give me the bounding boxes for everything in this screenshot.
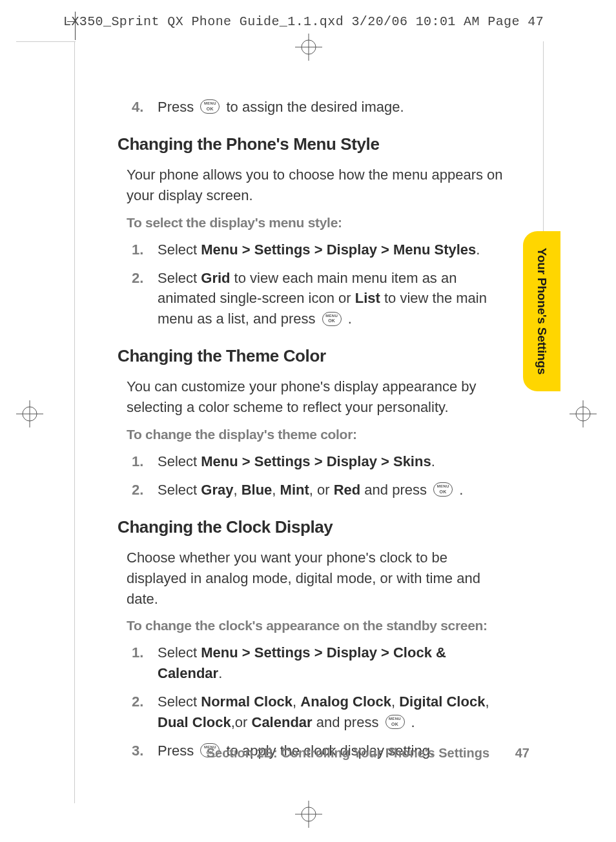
- crop-mark: [67, 21, 75, 22]
- trim-line: [74, 41, 75, 803]
- step-row: 1. Select Menu > Settings > Display > Sk…: [132, 451, 511, 472]
- menu-ok-icon: [385, 715, 405, 729]
- step-text: Select Menu > Settings > Display > Clock…: [158, 642, 511, 684]
- side-tab: Your Phone's Settings: [523, 231, 560, 391]
- step-row: 4. Press to assign the desired image.: [132, 97, 511, 118]
- registration-mark-icon: [16, 400, 43, 427]
- crop-mark: [75, 12, 76, 40]
- step-row: 2. Select Normal Clock, Analog Clock, Di…: [132, 692, 511, 733]
- step-text: Select Normal Clock, Analog Clock, Digit…: [158, 692, 511, 733]
- prepress-header: LX350_Sprint QX Phone Guide_1.1.qxd 3/20…: [63, 14, 544, 29]
- paragraph: You can customize your phone's display a…: [127, 376, 511, 418]
- step-text: Select Gray, Blue, Mint, or Red and pres…: [158, 480, 511, 500]
- step-number: 4.: [132, 97, 158, 118]
- page-number: 47: [515, 746, 529, 761]
- heading-menu-style: Changing the Phone's Menu Style: [118, 134, 511, 154]
- subheading: To change the clock's appearance on the …: [127, 618, 511, 633]
- paragraph: Choose whether you want your phone's clo…: [127, 548, 511, 610]
- footer-section: Section 2B: Controlling Your Phone's Set…: [207, 746, 490, 760]
- step-row: 2. Select Grid to view each main menu it…: [132, 268, 511, 330]
- registration-mark-icon: [570, 400, 597, 427]
- subheading: To select the display's menu style:: [127, 215, 511, 231]
- step-row: 2. Select Gray, Blue, Mint, or Red and p…: [132, 480, 511, 500]
- registration-mark-icon: [295, 801, 322, 828]
- step-text: Press to assign the desired image.: [158, 97, 511, 118]
- paragraph: Your phone allows you to choose how the …: [127, 165, 511, 206]
- page-footer: Section 2B: Controlling Your Phone's Set…: [116, 746, 529, 761]
- step-text: Select Menu > Settings > Display > Skins…: [158, 451, 511, 472]
- step-number: 2.: [132, 480, 158, 500]
- page-content: 4. Press to assign the desired image. Ch…: [118, 97, 511, 769]
- step-row: 1. Select Menu > Settings > Display > Cl…: [132, 642, 511, 684]
- step-number: 1.: [132, 240, 158, 260]
- step-row: 1. Select Menu > Settings > Display > Me…: [132, 240, 511, 260]
- step-number: 2.: [132, 692, 158, 733]
- registration-mark-icon: [295, 34, 322, 61]
- step-text: Select Menu > Settings > Display > Menu …: [158, 240, 511, 260]
- menu-ok-icon: [433, 482, 453, 497]
- step-number: 2.: [132, 268, 158, 330]
- heading-theme-color: Changing the Theme Color: [118, 346, 511, 366]
- heading-clock-display: Changing the Clock Display: [118, 517, 511, 537]
- menu-ok-icon: [200, 99, 220, 114]
- side-tab-label: Your Phone's Settings: [535, 248, 549, 375]
- trim-line: [16, 41, 76, 42]
- step-number: 1.: [132, 451, 158, 472]
- step-number: 1.: [132, 642, 158, 684]
- step-text: Select Grid to view each main menu item …: [158, 268, 511, 330]
- menu-ok-icon: [322, 312, 342, 326]
- subheading: To change the display's theme color:: [127, 427, 511, 442]
